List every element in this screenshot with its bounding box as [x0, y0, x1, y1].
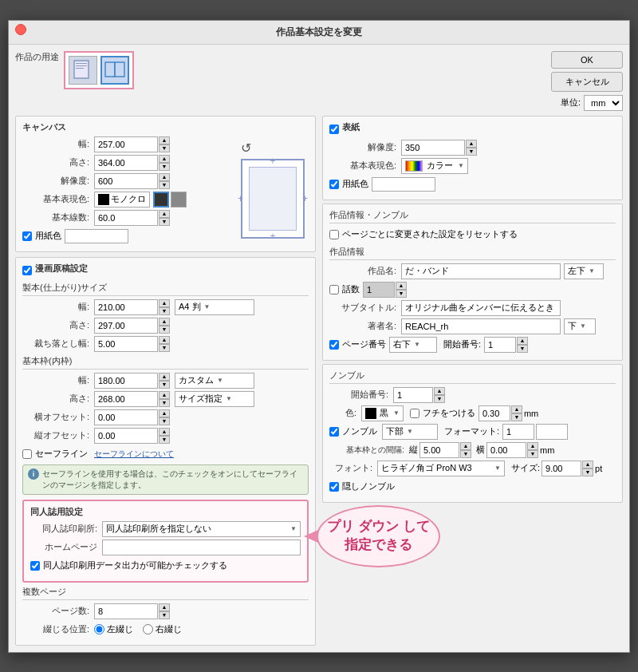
- doujin-checkbox[interactable]: [30, 561, 40, 571]
- numb-size-input[interactable]: [542, 461, 581, 476]
- color-black-btn[interactable]: [153, 192, 169, 208]
- offset-v-input[interactable]: [94, 428, 158, 444]
- numb-border-check[interactable]: フチをつける: [410, 407, 475, 419]
- numb-format-input[interactable]: [502, 424, 534, 440]
- frame-size-dropdown[interactable]: サイズ指定 ▼: [175, 391, 254, 407]
- canvas-res-spinner[interactable]: ▲ ▼: [159, 173, 170, 189]
- cover-res-spinner[interactable]: ▲ ▼: [466, 140, 477, 156]
- numb-border-checkbox[interactable]: [410, 409, 419, 418]
- canvas-res-input[interactable]: [94, 173, 158, 189]
- canvas-width-down[interactable]: ▼: [159, 144, 170, 152]
- cover-res-input[interactable]: [401, 140, 465, 156]
- cover-color-dropdown[interactable]: カラー ▼: [401, 158, 468, 174]
- offset-v-spinner[interactable]: ▲ ▼: [159, 428, 170, 444]
- canvas-res-up[interactable]: ▲: [159, 173, 170, 181]
- frame-width-spinner[interactable]: ▲ ▼: [159, 373, 170, 389]
- paper-color-checkbox[interactable]: [22, 231, 32, 241]
- frame-height-input[interactable]: [94, 391, 158, 407]
- offset-h-spinner[interactable]: ▲ ▼: [159, 409, 170, 425]
- numb-enable-check[interactable]: ノンブル: [329, 425, 377, 437]
- edition-spinner[interactable]: ▲ ▼: [396, 282, 407, 298]
- safeline-check[interactable]: セーフライン: [22, 448, 88, 460]
- hide-numb-check[interactable]: 隠しノンブル: [329, 480, 395, 492]
- canvas-height-spinner[interactable]: ▲ ▼: [159, 155, 170, 171]
- purpose-icon-2[interactable]: [100, 56, 129, 85]
- canvas-lines-spinner[interactable]: ▲ ▼: [159, 210, 170, 226]
- frame-gap-h-spinner[interactable]: ▲ ▼: [527, 442, 538, 458]
- canvas-height-input[interactable]: [94, 155, 158, 171]
- edition-checkbox[interactable]: [329, 285, 339, 294]
- work-name-align-dropdown[interactable]: 左下 ▼: [564, 263, 604, 279]
- hide-numb-checkbox[interactable]: [329, 482, 339, 492]
- manga-width-spinner[interactable]: ▲ ▼: [159, 299, 170, 315]
- doujin-printer-dropdown[interactable]: 同人誌印刷所を指定しない ▼: [102, 521, 301, 537]
- page-number-start-spinner[interactable]: ▲ ▼: [517, 337, 528, 353]
- pages-count-spinner[interactable]: ▲ ▼: [159, 603, 170, 619]
- page-number-start-input[interactable]: [484, 337, 516, 353]
- cover-paper-checkbox[interactable]: [329, 180, 339, 189]
- numb-border-input[interactable]: [478, 405, 510, 421]
- canvas-height-down[interactable]: ▼: [159, 163, 170, 171]
- author-input[interactable]: [401, 318, 561, 334]
- numb-start-spinner[interactable]: ▲ ▼: [434, 387, 445, 403]
- numb-font-dropdown[interactable]: ヒラギノ角ゴ ProN W3 ▼: [377, 461, 505, 476]
- color-gray-btn[interactable]: [171, 192, 187, 208]
- numb-size-spinner[interactable]: ▲ ▼: [582, 461, 593, 476]
- purpose-icon-1[interactable]: [69, 56, 97, 85]
- canvas-lines-down[interactable]: ▼: [159, 218, 170, 226]
- bind-left-label[interactable]: 左綴じ: [94, 623, 133, 635]
- manga-height-input[interactable]: [94, 318, 158, 334]
- unit-select[interactable]: mm px cm: [584, 95, 623, 111]
- bleed-spinner[interactable]: ▲ ▼: [159, 336, 170, 352]
- cover-check[interactable]: 表紙: [329, 121, 360, 136]
- manga-height-spinner[interactable]: ▲ ▼: [159, 318, 170, 334]
- canvas-base-color-btn[interactable]: モノクロ: [94, 192, 150, 208]
- cover-paper-color-check[interactable]: 用紙色: [329, 178, 368, 190]
- bind-left-radio[interactable]: [94, 624, 104, 634]
- frame-gap-v-input[interactable]: [419, 442, 459, 458]
- ok-button[interactable]: OK: [551, 51, 623, 69]
- bind-right-radio[interactable]: [143, 624, 153, 634]
- page-number-check[interactable]: ページ番号: [329, 338, 386, 350]
- numb-format-input2[interactable]: [536, 424, 568, 440]
- safeline-link[interactable]: セーフラインについて: [94, 449, 174, 460]
- bleed-input[interactable]: [94, 336, 158, 352]
- cover-checkbox[interactable]: [329, 125, 339, 134]
- frame-custom-dropdown[interactable]: カスタム ▼: [175, 373, 254, 389]
- canvas-res-down[interactable]: ▼: [159, 181, 170, 189]
- doujin-check-label[interactable]: 同人誌印刷用データ出力が可能かチェックする: [30, 559, 227, 571]
- frame-gap-h-input[interactable]: [486, 442, 526, 458]
- manga-width-input[interactable]: [94, 299, 158, 315]
- canvas-width-spinner[interactable]: ▲ ▼: [159, 136, 170, 152]
- numb-start-input[interactable]: [393, 387, 433, 403]
- frame-gap-v-spinner[interactable]: ▲ ▼: [460, 442, 471, 458]
- paper-size-dropdown[interactable]: A4 判 ▼: [175, 299, 254, 315]
- page-number-checkbox[interactable]: [329, 340, 339, 350]
- frame-width-input[interactable]: [94, 373, 158, 389]
- work-name-input[interactable]: [401, 263, 561, 279]
- rotate-button[interactable]: ↺: [241, 140, 301, 156]
- doujin-homepage-input[interactable]: [102, 540, 301, 555]
- reset-pages-check[interactable]: ページごとに変更された設定をリセットする: [329, 228, 518, 240]
- edition-check[interactable]: 話数: [329, 283, 360, 295]
- canvas-paper-color-check[interactable]: 用紙色: [22, 230, 61, 242]
- numb-border-spinner[interactable]: ▲ ▼: [511, 405, 522, 421]
- numb-enable-checkbox[interactable]: [329, 427, 339, 437]
- manga-check[interactable]: 漫画原稿設定: [22, 263, 88, 278]
- close-button[interactable]: [15, 24, 26, 35]
- frame-height-spinner[interactable]: ▲ ▼: [159, 391, 170, 407]
- reset-pages-checkbox[interactable]: [329, 230, 339, 239]
- offset-h-input[interactable]: [94, 409, 158, 425]
- canvas-height-up[interactable]: ▲: [159, 155, 170, 163]
- numb-pos-dropdown[interactable]: 下部 ▼: [382, 424, 438, 440]
- canvas-lines-up[interactable]: ▲: [159, 210, 170, 218]
- author-align-dropdown[interactable]: 下 ▼: [564, 318, 596, 334]
- pages-count-input[interactable]: [94, 603, 158, 619]
- manga-checkbox[interactable]: [22, 266, 32, 275]
- edition-input[interactable]: [363, 282, 395, 298]
- canvas-width-input[interactable]: [94, 136, 158, 152]
- page-number-pos-dropdown[interactable]: 右下 ▼: [389, 337, 437, 353]
- canvas-lines-input[interactable]: [94, 210, 158, 226]
- paper-color-swatch[interactable]: [65, 229, 128, 243]
- bind-right-label[interactable]: 右綴じ: [143, 623, 182, 635]
